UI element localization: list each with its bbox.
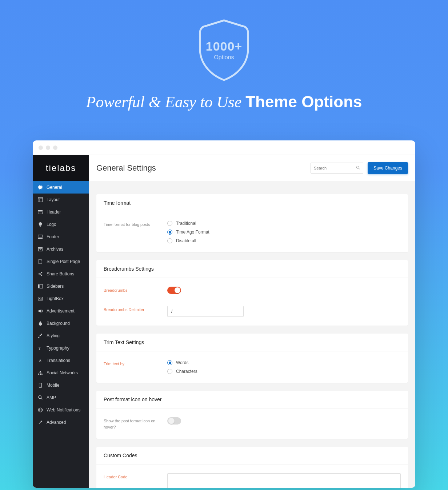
svg-point-22 — [41, 374, 43, 375]
svg-text:A: A — [39, 359, 42, 363]
sidebar-item-label: Advertisement — [47, 308, 75, 314]
svg-point-10 — [39, 273, 40, 275]
svg-rect-4 — [38, 212, 43, 214]
svg-line-30 — [41, 398, 43, 400]
archive-icon — [38, 247, 43, 252]
sidebar-item-header[interactable]: Header — [33, 206, 89, 218]
sidebar-item-translations[interactable]: ATranslations — [33, 354, 89, 367]
svg-point-28 — [40, 387, 40, 387]
sidebar-item-amp[interactable]: AMP — [33, 391, 89, 404]
delimiter-input[interactable] — [167, 306, 244, 317]
header-code-textarea[interactable] — [167, 473, 401, 488]
sidebar-item-label: Logo — [47, 222, 56, 227]
browser-window: tielabs GeneralLayoutHeaderLogoFooterArc… — [33, 140, 415, 488]
svg-point-20 — [40, 371, 41, 372]
sidebar-item-layout[interactable]: Layout — [33, 194, 89, 206]
sidebar-item-archives[interactable]: Archives — [33, 243, 89, 255]
gear-icon — [38, 185, 43, 190]
share-icon — [38, 271, 43, 276]
save-button[interactable]: Save Changes — [368, 162, 408, 174]
browser-titlebar — [33, 140, 415, 155]
svg-point-11 — [41, 272, 43, 274]
sidebar-item-label: Background — [47, 321, 70, 326]
traffic-dot — [53, 146, 57, 150]
svg-line-13 — [40, 273, 41, 274]
layout-icon — [38, 197, 43, 202]
svg-rect-3 — [38, 210, 43, 211]
sidebar-item-label: Sidebars — [47, 284, 64, 289]
shield-sublabel: Options — [206, 54, 243, 61]
svg-rect-7 — [38, 247, 43, 248]
svg-point-29 — [39, 396, 41, 399]
field-label: Header Code — [104, 473, 156, 488]
headline: Powerful & Easy to Use Theme Options — [0, 93, 448, 111]
panel-title: Custom Codes — [96, 447, 408, 465]
svg-line-35 — [359, 168, 360, 169]
sidebars-icon — [38, 284, 43, 289]
sidebar-item-label: Single Post Page — [47, 259, 80, 264]
breadcrumbs-toggle[interactable] — [167, 287, 181, 294]
megaphone-icon — [38, 308, 43, 314]
sidebar-item-label: Footer — [47, 234, 59, 239]
drop-icon — [38, 321, 43, 326]
sidebar-item-background[interactable]: Background — [33, 317, 89, 330]
sidebar-item-footer[interactable]: Footer — [33, 231, 89, 243]
globe-icon — [38, 407, 43, 413]
traffic-dot — [39, 146, 43, 150]
radio-label: Time Ago Format — [176, 230, 209, 235]
svg-line-25 — [39, 372, 40, 373]
mobile-icon — [38, 383, 43, 388]
sidebar-item-advanced[interactable]: Advanced — [33, 416, 89, 429]
shield-number: 1000+ — [206, 39, 243, 53]
postformat-toggle[interactable] — [167, 417, 181, 425]
radio-option[interactable]: Disable all — [167, 238, 401, 243]
sidebar-item-label: Archives — [47, 247, 63, 252]
sidebar-item-advertisement[interactable]: Advertisement — [33, 305, 89, 317]
radio-icon — [167, 369, 172, 374]
panel-custom-codes: Custom Codes Header Code Will add to the… — [96, 447, 408, 488]
svg-rect-16 — [40, 284, 43, 288]
svg-rect-6 — [38, 238, 43, 239]
svg-rect-15 — [38, 284, 40, 288]
radio-option[interactable]: Traditional — [167, 221, 401, 226]
radio-group-trim: WordsCharacters — [167, 360, 401, 374]
sidebar-item-social-networks[interactable]: Social Networks — [33, 367, 89, 379]
field-label: Breadcrumbs Delimiter — [104, 306, 156, 317]
sidebar-item-label: AMP — [47, 395, 56, 400]
radio-label: Disable all — [176, 238, 196, 243]
headline-light: Powerful & Easy to Use — [86, 93, 246, 111]
sidebar-item-styling[interactable]: Styling — [33, 330, 89, 342]
bulb-icon — [38, 222, 43, 227]
sidebar-item-label: Typography — [47, 346, 69, 351]
sidebar-item-logo[interactable]: Logo — [33, 218, 89, 231]
radio-group-time-format: TraditionalTime Ago FormatDisable all — [167, 221, 401, 243]
panel-title: Time format — [96, 194, 408, 212]
radio-icon — [167, 360, 172, 365]
sidebar-item-single-post-page[interactable]: Single Post Page — [33, 255, 89, 268]
radio-option[interactable]: Words — [167, 360, 401, 365]
sidebar-item-web-notifications[interactable]: Web Notifications — [33, 404, 89, 416]
radio-label: Words — [176, 360, 188, 365]
radio-option[interactable]: Time Ago Format — [167, 230, 401, 235]
sidebar-nav: GeneralLayoutHeaderLogoFooterArchivesSin… — [33, 181, 89, 429]
sidebar-item-typography[interactable]: TTypography — [33, 342, 89, 354]
radio-icon — [167, 238, 172, 243]
radio-icon — [167, 221, 172, 226]
sidebar-item-share-buttons[interactable]: Share Buttons — [33, 268, 89, 280]
sidebar-item-label: Advanced — [47, 420, 66, 425]
traffic-dot — [46, 146, 50, 150]
panel-trim: Trim Text Settings Trim text by WordsCha… — [96, 334, 408, 383]
topbar: General Settings Save Changes — [89, 155, 415, 181]
radio-option[interactable]: Characters — [167, 369, 401, 374]
search-icon — [356, 166, 360, 171]
sidebar-item-mobile[interactable]: Mobile — [33, 379, 89, 391]
svg-point-23 — [40, 374, 41, 375]
shield-badge: 1000+ Options — [195, 18, 253, 82]
sidebar: tielabs GeneralLayoutHeaderLogoFooterArc… — [33, 155, 89, 488]
sidebar-item-general[interactable]: General — [33, 181, 89, 194]
svg-point-12 — [41, 275, 43, 276]
sidebar-item-sidebars[interactable]: Sidebars — [33, 280, 89, 292]
sidebar-item-lightbox[interactable]: LightBox — [33, 292, 89, 305]
search-input[interactable] — [311, 163, 363, 174]
sidebar-item-label: Share Buttons — [47, 271, 74, 276]
